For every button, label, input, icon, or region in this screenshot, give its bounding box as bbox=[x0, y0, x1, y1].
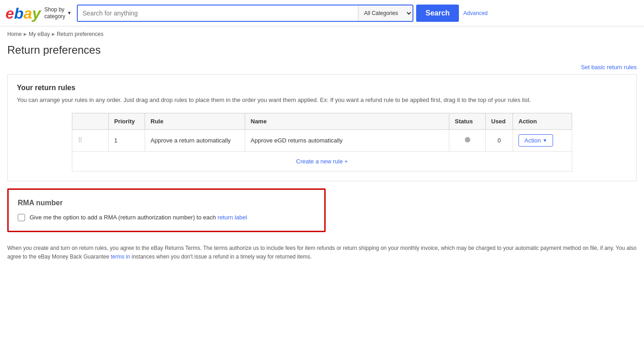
create-new-rule-link[interactable]: Create a new rule + bbox=[296, 158, 348, 165]
logo-y: y bbox=[32, 5, 41, 21]
rma-card: RMA number Give me the option to add a R… bbox=[7, 188, 326, 232]
drag-handle-cell[interactable]: ⠿ bbox=[72, 129, 109, 151]
col-status: Status bbox=[449, 113, 486, 129]
create-rule-row: Create a new rule + bbox=[72, 151, 572, 171]
status-cell bbox=[449, 129, 486, 151]
rules-table: Priority Rule Name Status Used Action ⠿ … bbox=[72, 113, 572, 172]
logo-e: e bbox=[5, 5, 14, 21]
breadcrumb-current: Return preferences bbox=[57, 31, 104, 37]
breadcrumb-myebay[interactable]: My eBay bbox=[29, 31, 50, 37]
return-rules-description: You can arrange your rules in any order.… bbox=[17, 96, 627, 105]
page-title: Return preferences bbox=[7, 44, 637, 56]
breadcrumb: Home ▶ My eBay ▶ Return preferences bbox=[0, 26, 644, 42]
rma-label: Give me the option to add a RMA (return … bbox=[30, 213, 247, 222]
search-button[interactable]: Search bbox=[416, 5, 458, 22]
create-rule-cell: Create a new rule + bbox=[72, 151, 572, 171]
col-name: Name bbox=[245, 113, 449, 129]
shop-by-category[interactable]: Shop by category ▼ bbox=[45, 6, 72, 20]
return-rules-card: Your return rules You can arrange your r… bbox=[7, 74, 637, 181]
logo-a: a bbox=[24, 5, 32, 21]
set-basic-return-rules-link[interactable]: Set basic return rules bbox=[581, 64, 637, 71]
col-priority-label: Priority bbox=[109, 113, 145, 129]
rma-title: RMA number bbox=[18, 199, 315, 207]
rma-checkbox-row: Give me the option to add a RMA (return … bbox=[18, 213, 315, 222]
col-priority bbox=[72, 113, 109, 129]
main-content: Return preferences Set basic return rule… bbox=[0, 42, 644, 275]
table-header-row: Priority Rule Name Status Used Action bbox=[72, 113, 572, 129]
table-row: ⠿ 1 Approve a return automatically Appro… bbox=[72, 129, 572, 151]
breadcrumb-sep-2: ▶ bbox=[52, 32, 55, 36]
header: e b a y Shop by category ▼ All Categorie… bbox=[0, 0, 644, 26]
action-button-label: Action bbox=[524, 137, 541, 144]
set-rules-container: Set basic return rules bbox=[7, 64, 637, 71]
search-input[interactable] bbox=[78, 5, 358, 21]
priority-cell: 1 bbox=[109, 129, 145, 151]
chevron-down-icon: ▼ bbox=[543, 138, 547, 143]
chevron-down-icon: ▼ bbox=[67, 10, 72, 15]
rma-checkbox[interactable] bbox=[18, 214, 25, 221]
status-dot bbox=[465, 137, 470, 142]
col-rule: Rule bbox=[145, 113, 245, 129]
category-select[interactable]: All Categories bbox=[358, 5, 413, 21]
breadcrumb-sep-1: ▶ bbox=[24, 32, 27, 36]
drag-handle-icon: ⠿ bbox=[78, 137, 82, 144]
used-cell: 0 bbox=[486, 129, 513, 151]
shop-by-label: Shop by category bbox=[45, 6, 65, 20]
col-used: Used bbox=[486, 113, 513, 129]
ebay-logo[interactable]: e b a y bbox=[5, 5, 41, 21]
advanced-link[interactable]: Advanced bbox=[463, 10, 488, 16]
terms-link[interactable]: terms in bbox=[111, 254, 130, 260]
rma-section-wrapper: RMA number Give me the option to add a R… bbox=[7, 188, 637, 232]
rule-cell: Approve a return automatically bbox=[145, 129, 245, 151]
breadcrumb-home[interactable]: Home bbox=[7, 31, 22, 37]
return-label-link[interactable]: return label bbox=[217, 214, 247, 221]
logo-b: b bbox=[14, 5, 24, 21]
action-cell[interactable]: Action ▼ bbox=[513, 129, 572, 151]
name-cell: Approve eGD returns automatically bbox=[245, 129, 449, 151]
footer-terms-text: When you create and turn on return rules… bbox=[7, 239, 637, 266]
return-rules-title: Your return rules bbox=[17, 84, 627, 92]
search-bar: All Categories bbox=[77, 5, 413, 22]
action-button[interactable]: Action ▼ bbox=[518, 134, 553, 147]
col-action: Action bbox=[513, 113, 572, 129]
